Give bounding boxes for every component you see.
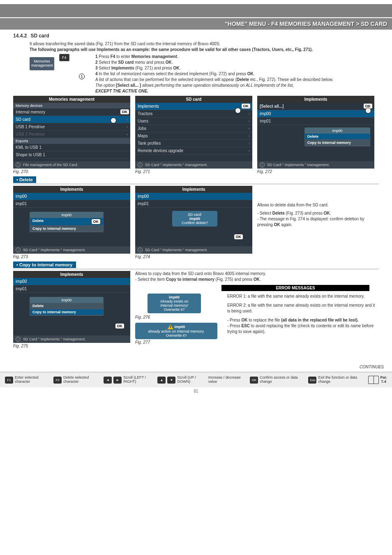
- panel271-row-implements[interactable]: Implements OK: [135, 103, 252, 110]
- f6-key-icon: ▼: [167, 377, 175, 384]
- par-label: Par.: [380, 375, 387, 379]
- fig271-caption: Fig. 271: [135, 169, 252, 174]
- info-icon: i: [16, 337, 21, 342]
- popup-delete[interactable]: DeleteOK: [30, 218, 103, 226]
- panel274-foot: SD Card " Implements " management.: [145, 248, 208, 252]
- ok-text: Confirm access or data change: [260, 376, 304, 384]
- panel275-foot: SD Card " Implements " management.: [23, 337, 85, 341]
- ok-button-icon[interactable]: OK: [241, 103, 251, 109]
- steps-block: 1 Press F4 to enter Memories management.…: [95, 54, 379, 94]
- ok-button-icon[interactable]: OK: [234, 234, 244, 240]
- panel270-row-shape[interactable]: Shape to USB 1: [13, 151, 130, 159]
- overwrite-dialog-276: imp00 Already exists on Internal memory!…: [148, 294, 201, 313]
- panel-fig272: Implements [Select all...] OK imp00 imp0…: [257, 96, 374, 174]
- info-icon: i: [260, 162, 265, 167]
- panel273-foot: SD Card " Implements " management.: [23, 248, 85, 252]
- panel274-row-imp00[interactable]: imp00: [135, 193, 252, 200]
- book-icon: [368, 376, 379, 384]
- panel270-foot: File management of the SD Card.: [23, 163, 78, 167]
- f4-key-icon: F4: [59, 54, 69, 61]
- info-icon: i: [16, 247, 21, 252]
- badge-4: 4: [365, 108, 371, 113]
- info-icon: i: [16, 162, 21, 167]
- f4-key-icon: ▲: [157, 377, 166, 384]
- fig277-caption: Fig. 277: [135, 340, 221, 345]
- section-heading: 14.4.2 SD card: [13, 33, 379, 39]
- scroll-ud-text: Scroll (UP / DOWN): [177, 376, 204, 384]
- panel274-title: Implements: [135, 186, 252, 193]
- panel271-row-jobs[interactable]: Jobs›: [135, 125, 252, 132]
- f1-text: Enter selected character: [15, 376, 49, 384]
- ok-button-icon[interactable]: OK: [91, 219, 101, 224]
- f7-key-icon: ◄: [104, 377, 112, 384]
- memories-button-icon: Memories management: [30, 57, 54, 70]
- ok-key-icon: OK: [250, 377, 258, 384]
- panel272-row-imp01[interactable]: imp01: [257, 118, 374, 125]
- badge-2: 2: [111, 118, 116, 123]
- panel270-row-usb2: USB 2 Pendrive›: [13, 131, 130, 138]
- fig275-caption: Fig. 275: [13, 344, 130, 348]
- footer-bar: F1Enter selected character F2Delete sele…: [0, 372, 392, 387]
- delete-desc-block: Allows to delete data from the SD card. …: [257, 186, 374, 259]
- continues-label: CONTINUES: [0, 365, 384, 369]
- copy-ribbon: • Copy to internal memory: [13, 261, 76, 268]
- confirm-delete-dialog: SD card: imp00 Confirm delete?: [172, 211, 217, 227]
- panel-fig274: Implements imp00 imp01 SD card: imp00 Co…: [135, 186, 252, 259]
- panel270-title: Memories management: [13, 96, 130, 103]
- inc-dec-text: Increase / decrease value: [208, 376, 246, 384]
- popup-copy[interactable]: Copy to internal memory: [30, 309, 103, 315]
- f2-key-icon: F2: [53, 377, 62, 384]
- badge-3: 3: [235, 108, 241, 113]
- panel-fig275: Implements imp00 imp01 imp00 Delete Copy…: [13, 271, 130, 348]
- popup-head: imp00: [30, 297, 103, 303]
- section-number: 14.4.2: [13, 33, 27, 39]
- panel275-title: Implements: [13, 271, 130, 278]
- banner-title: "HOME" MENU - F4 MEMORIES MANAGEMENT > S…: [0, 17, 392, 30]
- popup-copy[interactable]: Copy to internal memory: [30, 226, 103, 232]
- panel271-row-remote[interactable]: Remote devices upgrade›: [135, 147, 252, 155]
- panel272-title: Implements: [257, 96, 374, 103]
- warning-icon: !: [168, 324, 173, 329]
- panel275-row-imp01[interactable]: imp01: [13, 285, 130, 293]
- panel271-row-users[interactable]: Users›: [135, 118, 252, 125]
- popup-delete[interactable]: Delete: [30, 303, 103, 309]
- ok-button-icon[interactable]: OK: [115, 323, 125, 329]
- panel271-row-maps[interactable]: Maps›: [135, 132, 252, 140]
- error-messages-head: ERROR MESSAGES: [221, 285, 369, 291]
- panel275-row-imp00[interactable]: imp00: [13, 278, 130, 285]
- memories-icon-block: Memories management F4 1: [30, 54, 91, 79]
- panel271-row-tank[interactable]: Tank profiles›: [135, 140, 252, 147]
- panel-fig273: Implements imp00 imp01 imp00 DeleteOK Co…: [13, 186, 130, 259]
- panel273-row-imp01[interactable]: imp01: [13, 200, 130, 208]
- fig276-caption: Fig. 276: [135, 315, 221, 319]
- panel272-row-selectall[interactable]: [Select all...] OK: [257, 103, 374, 110]
- popup-copy[interactable]: Copy to internal memory: [305, 140, 370, 146]
- panel-fig271: SD card Implements OK Tractors› Users› J…: [135, 96, 252, 174]
- panel270-row-kml[interactable]: KML to USB 1: [13, 144, 130, 151]
- popup-delete[interactable]: Delete: [305, 134, 370, 140]
- top-gray-bar: [0, 4, 392, 17]
- par-value: 7.4: [381, 379, 387, 384]
- fig272-caption: Fig. 272: [257, 169, 374, 174]
- panel273-row-imp00[interactable]: imp00: [13, 193, 130, 200]
- fig273-caption: Fig. 273: [13, 254, 130, 259]
- intro-line2: The following paragraphs will use Implem…: [30, 47, 379, 53]
- panel270-row-internal[interactable]: Internal memory OK: [13, 109, 130, 116]
- panel275-popup: imp00 Delete Copy to internal memory: [30, 297, 104, 316]
- panel274-row-imp01[interactable]: imp01: [135, 200, 252, 208]
- panel273-popup: imp00 DeleteOK Copy to internal memory: [30, 212, 104, 232]
- panel270-row-usb1[interactable]: USB 1 Pendrive›: [13, 123, 130, 131]
- esc-text: Exit the function or data change: [318, 376, 364, 384]
- scroll-lr-text: Scroll (LEFT / RIGHT): [123, 376, 153, 384]
- panel271-title: SD card: [135, 96, 252, 103]
- f2-text: Delete selected character: [63, 376, 99, 384]
- panel270-sub2: Exports: [13, 138, 130, 144]
- esc-key-icon: Esc: [308, 377, 316, 384]
- panel273-title: Implements: [13, 186, 130, 193]
- panel272-row-imp00[interactable]: imp00: [257, 110, 374, 118]
- ok-button-icon[interactable]: OK: [120, 109, 130, 115]
- section-title: SD card: [30, 33, 49, 39]
- info-icon: i: [138, 162, 143, 167]
- panel271-foot: SD Card " Implements " management.: [145, 163, 208, 167]
- f8-key-icon: ►: [113, 377, 122, 384]
